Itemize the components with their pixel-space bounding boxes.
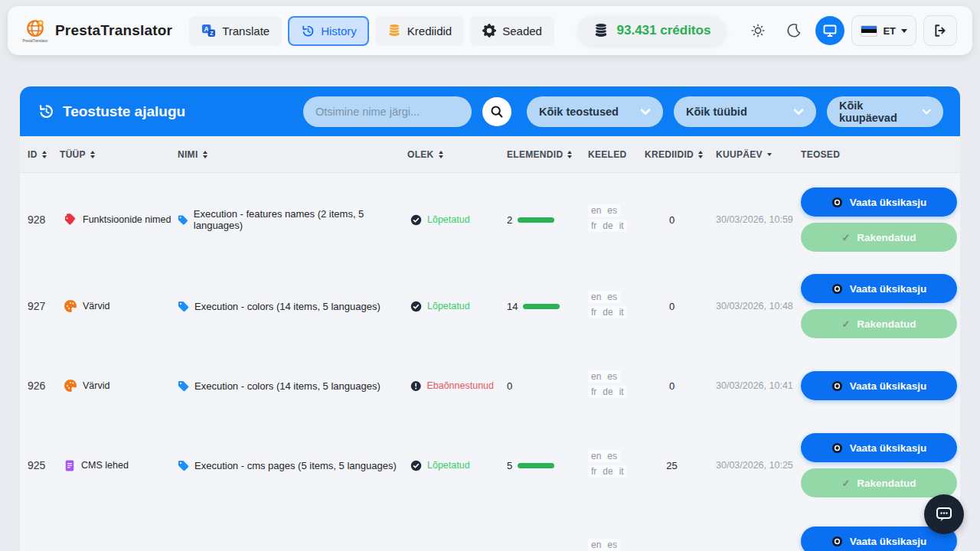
table-row: 927 Värvid Execution - colors (14 items,…	[20, 266, 960, 346]
row-credits: 0	[639, 214, 704, 226]
logout-icon	[933, 24, 947, 37]
eye-icon	[831, 197, 843, 208]
row-credits: 0	[639, 301, 704, 312]
row-id: 925	[20, 459, 54, 471]
coins-icon	[593, 23, 609, 38]
column-header-tuup[interactable]: TÜÜP	[54, 149, 172, 160]
tag-icon	[178, 301, 189, 312]
status-badge: Lõpetatud	[398, 301, 494, 312]
row-actions: Vaata üksikasju ✓ Rakendatud	[796, 187, 960, 252]
sort-icon	[203, 151, 207, 158]
palette-icon	[64, 300, 77, 312]
row-name: Execution - colors (14 items, 5 language…	[172, 301, 398, 312]
applied-button[interactable]: ✓ Rakendatud	[801, 309, 957, 338]
column-header-kuupaev[interactable]: KUUPÄEV	[704, 149, 796, 160]
logo-caption: PrestaTranslator	[22, 39, 47, 43]
filter-dates-dropdown[interactable]: Kõik kuupäevad	[827, 96, 943, 127]
column-header-nimi[interactable]: NIMI	[172, 149, 398, 160]
nav-item-label: Seaded	[502, 24, 542, 37]
row-id: 928	[20, 214, 54, 226]
nav-item-krediidid[interactable]: Krediidid	[375, 16, 464, 46]
check-circle-icon	[410, 460, 422, 471]
check-icon: ✓	[841, 478, 850, 489]
filter-types-dropdown[interactable]: Kõik tüübid	[674, 96, 816, 127]
view-details-button[interactable]: Vaata üksikasju	[801, 371, 957, 400]
nav-item-seaded[interactable]: Seaded	[470, 16, 554, 46]
row-name: Execution - features names (2 items, 5 l…	[172, 208, 398, 231]
column-header-olek[interactable]: OLEK	[398, 149, 494, 160]
column-header-id[interactable]: ID	[20, 149, 54, 160]
sort-icon	[567, 151, 572, 158]
check-icon: ✓	[841, 318, 850, 330]
column-header-krediidid[interactable]: KREDIIDID	[639, 149, 704, 160]
row-type: Värvid	[54, 380, 172, 392]
app-logo: PrestaTranslator	[23, 18, 47, 43]
status-badge: Lõpetatud	[398, 460, 494, 471]
row-languages: enes frdeit	[582, 450, 639, 481]
view-details-button[interactable]: Vaata üksikasju	[801, 433, 957, 462]
row-date: 30/03/2026, 10:48	[704, 301, 796, 311]
row-actions: Vaata üksikasju	[796, 371, 960, 400]
chevron-down-icon	[793, 108, 804, 116]
panel-title: Teostuste ajalugu	[37, 103, 185, 120]
filter-executions-dropdown[interactable]: Kõik teostused	[527, 96, 663, 127]
row-date: 30/03/2026, 10:59	[704, 214, 796, 225]
nav-item-label: Krediidid	[407, 24, 452, 37]
credits-badge: 93.431 créditos	[578, 16, 727, 45]
row-date: 30/03/2026, 10:41	[704, 380, 796, 391]
table-row: enes Vaata üksikasju	[20, 505, 960, 551]
column-header-elemendid[interactable]: ELEMENDID	[494, 149, 582, 160]
row-languages: enes frdeit	[582, 291, 639, 321]
moon-icon	[786, 23, 802, 38]
sun-icon	[750, 23, 766, 38]
theme-system-button[interactable]	[815, 16, 844, 45]
brand: PrestaTranslator PrestaTranslator	[23, 18, 172, 43]
eye-icon	[831, 283, 843, 295]
row-id: 927	[20, 300, 54, 312]
filter-label: Kõik kuupäevad	[839, 99, 914, 124]
row-languages: enes frdeit	[582, 370, 639, 401]
view-details-button[interactable]: Vaata üksikasju	[801, 187, 957, 217]
table-row: 925 CMS lehed Execution - cms pages (5 i…	[20, 425, 960, 505]
sort-icon	[90, 151, 95, 158]
logout-button[interactable]	[923, 15, 957, 46]
tags-icon	[64, 214, 77, 226]
panel-header: Teostuste ajalugu Kõik teostused Kõik tü…	[20, 86, 960, 136]
row-elements: 0	[494, 380, 582, 392]
row-elements: 2	[494, 214, 582, 226]
sort-icon	[698, 151, 703, 158]
tag-icon	[178, 214, 188, 226]
theme-light-button[interactable]	[743, 16, 773, 45]
nav-item-history[interactable]: History	[288, 16, 369, 46]
nav-item-label: History	[321, 24, 357, 37]
progress-bar	[523, 304, 560, 309]
status-badge: Lõpetatud	[398, 214, 494, 226]
translate-icon: A Z	[201, 24, 216, 38]
eye-icon	[831, 536, 843, 547]
row-elements: 14	[494, 301, 582, 312]
row-name: Execution - colors (14 items, 5 language…	[172, 380, 398, 392]
nav-item-translate[interactable]: A Z Translate	[189, 16, 282, 46]
applied-button[interactable]: ✓ Rakendatud	[801, 468, 957, 497]
applied-button[interactable]: ✓ Rakendatud	[801, 223, 957, 252]
credits-value: 93.431 créditos	[617, 23, 711, 38]
file-icon	[64, 460, 75, 471]
search-input[interactable]	[303, 96, 472, 127]
table-row: 926 Värvid Execution - colors (14 items,…	[20, 346, 960, 425]
navbar: PrestaTranslator PrestaTranslator A Z Tr…	[8, 6, 972, 55]
estonia-flag-icon	[861, 25, 877, 37]
chevron-down-icon	[922, 108, 931, 116]
palette-icon	[64, 380, 77, 392]
chevron-down-icon	[640, 108, 651, 116]
sort-icon	[42, 151, 47, 158]
row-type: Värvid	[54, 300, 172, 312]
view-details-button[interactable]: Vaata üksikasju	[801, 274, 957, 303]
language-selector[interactable]: ET	[851, 15, 916, 46]
panel-title-text: Teostuste ajalugu	[63, 103, 185, 120]
chat-bubble-icon	[934, 504, 954, 524]
search-button[interactable]	[482, 97, 511, 126]
theme-dark-button[interactable]	[779, 16, 808, 45]
chat-button[interactable]	[924, 494, 964, 534]
eye-icon	[831, 442, 843, 454]
status-badge: Ebaõnnestunud	[398, 380, 494, 392]
